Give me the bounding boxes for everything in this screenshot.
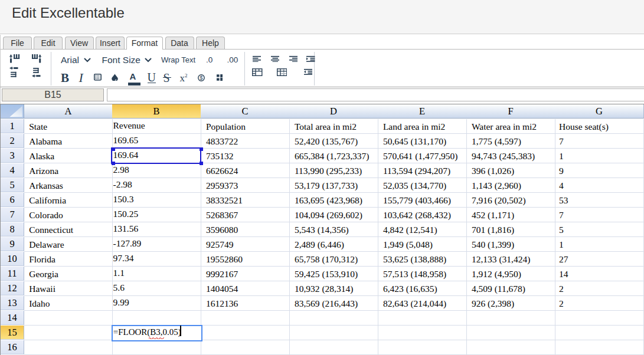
svg-text:$: $ [200, 74, 203, 81]
